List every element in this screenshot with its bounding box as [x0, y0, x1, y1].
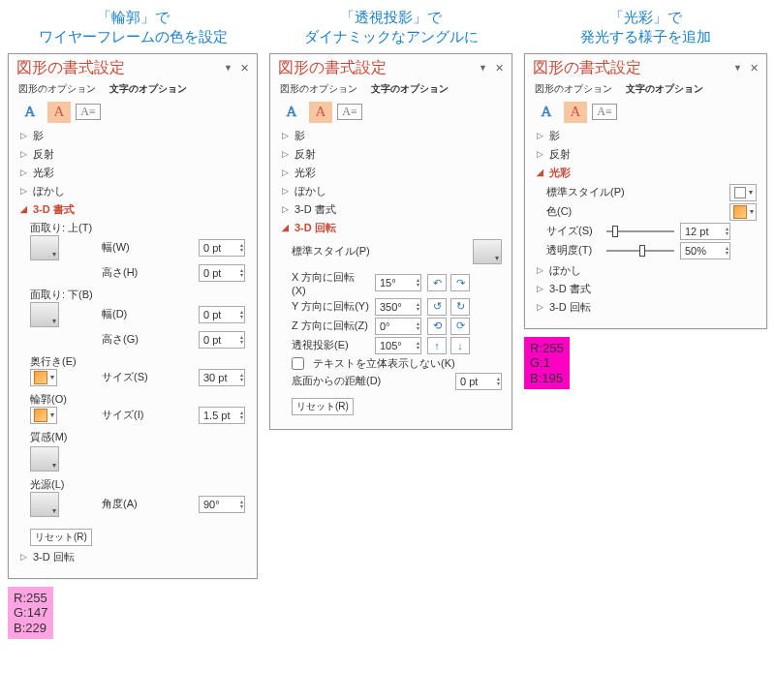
rot-y-up-icon[interactable]: ↺ — [427, 298, 447, 316]
text-fill-icon[interactable]: A — [18, 102, 42, 123]
outline-color[interactable] — [30, 407, 57, 424]
tab-text-options[interactable]: 文字のオプション — [371, 82, 449, 96]
rot-x-left-icon[interactable]: ↶ — [427, 274, 447, 291]
outline-size[interactable]: 1.5 pt▴▾ — [199, 407, 245, 424]
bevel-top-swatch[interactable] — [30, 235, 59, 260]
section-glow[interactable]: ▷光彩 — [282, 166, 502, 180]
tab-text-options[interactable]: 文字のオプション — [626, 82, 703, 96]
text-effects-icon[interactable]: A — [564, 102, 587, 123]
rot-z-ccw-icon[interactable]: ⟳ — [450, 318, 470, 335]
glow-preset-dropdown[interactable] — [729, 184, 757, 201]
bevel-bottom-width[interactable]: 0 pt▴▾ — [199, 306, 245, 323]
depth-size[interactable]: 30 pt▴▾ — [199, 369, 245, 386]
section-3d-rotation-header[interactable]: ◢3-D 回転 — [282, 221, 502, 235]
panel-close-icon[interactable]: ✕ — [750, 62, 759, 75]
section-3d-format: ◢3-D 書式 面取り: 上(T) 幅(W) 0 pt▴▾ 高さ(H) 0 p — [20, 202, 247, 546]
column-2: 「透視投影」でダイナミックなアングルに 図形の書式設定 ▼ ✕ 図形のオプション… — [269, 8, 512, 430]
section-3d-rotation-collapsed[interactable]: ▷3-D 回転 — [20, 550, 247, 564]
option-tabs: 図形のオプション 文字のオプション — [535, 82, 757, 96]
bevel-bottom-height[interactable]: 0 pt▴▾ — [199, 331, 245, 349]
panel-title: 図形の書式設定 — [533, 58, 641, 78]
section-shadow[interactable]: ▷影 — [282, 129, 502, 143]
panel-close-icon[interactable]: ✕ — [240, 62, 249, 75]
lighting-swatch[interactable] — [30, 492, 59, 517]
size-i-label: サイズ(I) — [102, 408, 150, 422]
section-3d-format-collapsed[interactable]: ▷3-D 書式 — [537, 282, 757, 296]
z-rotation-label: Z 方向に回転(Z) — [292, 319, 369, 333]
section-blur[interactable]: ▷ぼかし — [282, 184, 502, 198]
depth-label: 奥行き(E) — [30, 354, 77, 369]
outline-label: 輪郭(O) — [30, 392, 67, 407]
distance-value[interactable]: 0 pt▴▾ — [455, 373, 502, 390]
angle-label: 角度(A) — [102, 497, 150, 511]
rot-x-right-icon[interactable]: ↷ — [450, 274, 470, 291]
height-g-label: 高さ(G) — [102, 332, 150, 347]
section-glow[interactable]: ▷光彩 — [20, 166, 247, 180]
section-3d-format-collapsed[interactable]: ▷3-D 書式 — [282, 202, 502, 217]
y-rotation-value[interactable]: 350°▴▾ — [375, 298, 421, 316]
category-icons: A A A≡ — [18, 102, 247, 123]
text-effects-icon[interactable]: A — [309, 102, 332, 123]
glow-color-dropdown[interactable] — [729, 203, 757, 221]
section-blur[interactable]: ▷ぼかし — [537, 263, 757, 278]
panel-close-icon[interactable]: ✕ — [495, 62, 504, 75]
persp-up-icon[interactable]: ↑ — [427, 337, 447, 354]
rot-y-down-icon[interactable]: ↻ — [450, 298, 470, 316]
size-s-label: サイズ(S) — [102, 370, 150, 384]
text-box-icon[interactable]: A≡ — [77, 102, 100, 123]
section-blur[interactable]: ▷ぼかし — [20, 184, 247, 198]
section-reflection[interactable]: ▷反射 — [537, 147, 757, 162]
lighting-angle[interactable]: 90°▴▾ — [199, 496, 245, 513]
section-glow-header[interactable]: ◢光彩 — [537, 166, 757, 180]
panel-menu-icon[interactable]: ▼ — [224, 63, 232, 73]
section-3d-rotation-collapsed[interactable]: ▷3-D 回転 — [537, 300, 757, 315]
y-rotation-label: Y 方向に回転(Y) — [292, 299, 369, 314]
persp-down-icon[interactable]: ↓ — [450, 337, 470, 354]
text-fill-icon[interactable]: A — [535, 102, 558, 123]
bevel-top-height[interactable]: 0 pt▴▾ — [199, 264, 245, 282]
section-reflection[interactable]: ▷反射 — [282, 147, 502, 162]
keep-text-flat-label[interactable]: テキストを立体表示しない(K) — [313, 356, 455, 371]
tab-shape-options[interactable]: 図形のオプション — [280, 82, 357, 96]
depth-color[interactable] — [30, 369, 57, 386]
glow-size-value[interactable]: 12 pt▴▾ — [680, 223, 730, 240]
text-box-icon[interactable]: A≡ — [338, 102, 361, 123]
panel-title: 図形の書式設定 — [16, 58, 125, 78]
section-reflection[interactable]: ▷反射 — [20, 147, 247, 162]
tab-shape-options[interactable]: 図形のオプション — [535, 82, 612, 96]
panel-menu-icon[interactable]: ▼ — [733, 63, 742, 73]
caption-2: 「透視投影」でダイナミックなアングルに — [304, 8, 479, 47]
preset-style-swatch[interactable] — [473, 239, 502, 264]
x-rotation-label: X 方向に回転(X) — [292, 270, 369, 296]
reset-button[interactable]: リセット(R) — [292, 398, 354, 415]
section-shadow[interactable]: ▷影 — [20, 129, 247, 143]
text-fill-icon[interactable]: A — [280, 102, 303, 123]
preset-style-label: 標準スタイル(P) — [292, 244, 370, 259]
glow-size-slider[interactable] — [606, 225, 674, 238]
keep-text-flat-checkbox[interactable] — [292, 357, 304, 370]
category-icons: A A A≡ — [280, 102, 502, 123]
column-3: 「光彩」で発光する様子を追加 図形の書式設定 ▼ ✕ 図形のオプション 文字のオ… — [524, 8, 767, 389]
material-swatch[interactable] — [30, 446, 59, 472]
text-effects-icon[interactable]: A — [47, 102, 71, 123]
tab-shape-options[interactable]: 図形のオプション — [18, 82, 96, 96]
bevel-top-width[interactable]: 0 pt▴▾ — [199, 239, 245, 257]
perspective-value[interactable]: 105°▴▾ — [375, 337, 421, 354]
z-rotation-value[interactable]: 0°▴▾ — [375, 318, 421, 335]
section-3d-format-header[interactable]: ◢3-D 書式 — [20, 202, 247, 217]
rot-z-cw-icon[interactable]: ⟲ — [427, 318, 447, 335]
text-box-icon[interactable]: A≡ — [593, 102, 616, 123]
panel-title-row: 図形の書式設定 ▼ ✕ — [16, 58, 249, 78]
section-shadow[interactable]: ▷影 — [537, 129, 757, 143]
reset-button[interactable]: リセット(R) — [30, 529, 92, 546]
tab-text-options[interactable]: 文字のオプション — [109, 82, 187, 96]
category-icons: A A A≡ — [535, 102, 757, 123]
bevel-bottom-swatch[interactable] — [30, 302, 59, 327]
glow-transparency-value[interactable]: 50%▴▾ — [680, 242, 730, 259]
x-rotation-value[interactable]: 15°▴▾ — [375, 274, 421, 291]
panel-menu-icon[interactable]: ▼ — [479, 63, 487, 73]
perspective-label: 透視投影(E) — [292, 338, 369, 352]
glow-transparency-slider[interactable] — [606, 244, 674, 258]
panel-title-row: 図形の書式設定 ▼ ✕ — [533, 58, 759, 78]
glow-transparency-label: 透明度(T) — [546, 243, 601, 258]
